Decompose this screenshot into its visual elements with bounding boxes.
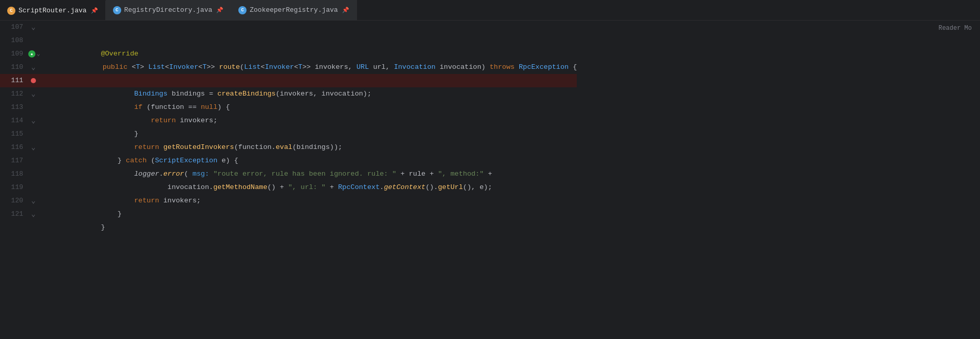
line-code-109[interactable]: public <T> List<Invoker<T>> route(List<I… — [40, 47, 577, 61]
line-number-117: 117 — [0, 154, 28, 167]
line-row: 115 return getRoutedInvokers(function.ev… — [0, 127, 577, 141]
line-row: 118 invocation.getMethodName() + ", url:… — [0, 167, 577, 181]
line-gutter-113 — [28, 101, 39, 114]
line-code-114[interactable]: } — [39, 114, 577, 127]
fold-icon-114: ⌄ — [31, 114, 35, 127]
fold-icon-120: ⌄ — [31, 194, 35, 208]
line-number-120: 120 — [0, 194, 28, 208]
line-code-115[interactable]: return getRoutedInvokers(function.eval(b… — [39, 127, 577, 141]
line-code-111[interactable]: Bindings bindings = createBindings(invok… — [39, 74, 577, 87]
line-code-118[interactable]: invocation.getMethodName() + ", url: " +… — [39, 167, 577, 181]
line-row: 113 return invokers; — [0, 101, 577, 114]
tab-icon-scriptrouter: C — [7, 7, 15, 15]
line-number-115: 115 — [0, 127, 28, 141]
line-gutter-117 — [28, 154, 39, 167]
line-gutter-120: ⌄ — [28, 194, 39, 208]
tab-registrydirectory[interactable]: C RegistryDirectory.java 📌 — [106, 0, 232, 20]
line-number-113: 113 — [0, 101, 28, 114]
line-number-108: 108 — [0, 34, 28, 47]
line-number-119: 119 — [0, 181, 28, 194]
fold-icon-112: ⌄ — [31, 87, 35, 101]
line-gutter-121: ⌄ — [28, 208, 39, 221]
exec-indicator-109: ● — [28, 50, 35, 58]
line-number-109: 109 — [0, 47, 28, 61]
line-code-119[interactable]: return invokers; — [39, 181, 577, 194]
line-gutter-114: ⌄ — [28, 114, 39, 127]
line-row: 119 return invokers; — [0, 181, 577, 194]
line-number-121: 121 — [0, 208, 28, 221]
tab-zookeeperregistry[interactable]: C ZookeeperRegistry.java 📌 — [231, 0, 357, 20]
line-number-111: 111 — [0, 74, 28, 87]
line-row-111: 111 Bindings bindings = createBindings(i… — [0, 74, 577, 87]
line-number-116: 116 — [0, 141, 28, 154]
line-row: 110 ⌄ try { — [0, 61, 577, 74]
line-row: 121 ⌄ } — [0, 208, 577, 221]
line-code-107[interactable] — [39, 21, 577, 34]
line-code-116[interactable]: } catch (ScriptException e) { — [39, 141, 577, 154]
breakpoint-dot-111[interactable] — [31, 78, 36, 83]
line-row: 109 ● ⌄ public <T> List<Invoker<T>> rout… — [0, 47, 577, 61]
line-gutter-119 — [28, 181, 39, 194]
code-container: 107 ⌄ 108 @Override 109 ● ⌄ — [0, 21, 980, 339]
line-code-110[interactable]: try { — [39, 61, 577, 74]
fold-icon-116: ⌄ — [31, 141, 35, 154]
fold-icon-121: ⌄ — [31, 208, 35, 221]
line-row: 116 ⌄ } catch (ScriptException e) { — [0, 141, 577, 154]
line-row: 114 ⌄ } — [0, 114, 577, 127]
reader-mode-label[interactable]: Reader Mo — [938, 25, 972, 32]
line-number-118: 118 — [0, 167, 28, 181]
line-row: 108 @Override — [0, 34, 577, 47]
line-code-112[interactable]: if (function == null) { — [39, 87, 577, 101]
tab-bar: C ScriptRouter.java 📌 C RegistryDirector… — [0, 0, 980, 21]
line-gutter-108 — [28, 34, 39, 47]
line-code-117[interactable]: logger.error( msg: "route error, rule ha… — [39, 154, 577, 167]
tab-pin-zookeeperregistry: 📌 — [342, 7, 349, 13]
tab-pin-scriptrouter: 📌 — [91, 7, 98, 14]
line-code-121[interactable]: } — [39, 208, 577, 221]
line-row: 117 logger.error( msg: "route error, rul… — [0, 154, 577, 167]
line-gutter-111 — [28, 74, 39, 87]
tab-icon-zookeeperregistry: C — [238, 6, 247, 14]
line-number-107: 107 — [0, 21, 28, 34]
fold-icon-110: ⌄ — [31, 61, 35, 74]
fold-icon-107: ⌄ — [31, 21, 35, 34]
editor-area: Reader Mo 107 ⌄ 108 @Override 1 — [0, 21, 980, 339]
line-row: 120 ⌄ } — [0, 194, 577, 208]
line-gutter-109: ● ⌄ — [28, 47, 40, 61]
tab-label-zookeeperregistry: ZookeeperRegistry.java — [250, 6, 338, 14]
line-gutter-118 — [28, 167, 39, 181]
line-code-108[interactable]: @Override — [39, 34, 577, 47]
line-number-114: 114 — [0, 114, 28, 127]
line-row: 112 ⌄ if (function == null) { — [0, 87, 577, 101]
fold-icon-109: ⌄ — [36, 47, 40, 61]
line-gutter-110: ⌄ — [28, 61, 39, 74]
line-row: 107 ⌄ — [0, 21, 577, 34]
line-number-110: 110 — [0, 61, 28, 74]
line-gutter-107: ⌄ — [28, 21, 39, 34]
line-code-113[interactable]: return invokers; — [39, 101, 577, 114]
line-gutter-115 — [28, 127, 39, 141]
op-close-brace-method: } — [84, 223, 105, 231]
code-lines: 107 ⌄ 108 @Override 109 ● ⌄ — [0, 21, 577, 339]
line-gutter-116: ⌄ — [28, 141, 39, 154]
tab-label-scriptrouter: ScriptRouter.java — [18, 7, 87, 14]
tab-pin-registrydirectory: 📌 — [216, 7, 223, 13]
line-gutter-112: ⌄ — [28, 87, 39, 101]
tab-label-registrydirectory: RegistryDirectory.java — [124, 6, 213, 14]
tab-scriptrouter[interactable]: C ScriptRouter.java 📌 — [0, 0, 106, 20]
tab-icon-registrydirectory: C — [113, 6, 121, 14]
line-code-120[interactable]: } — [39, 194, 577, 208]
line-number-112: 112 — [0, 87, 28, 101]
